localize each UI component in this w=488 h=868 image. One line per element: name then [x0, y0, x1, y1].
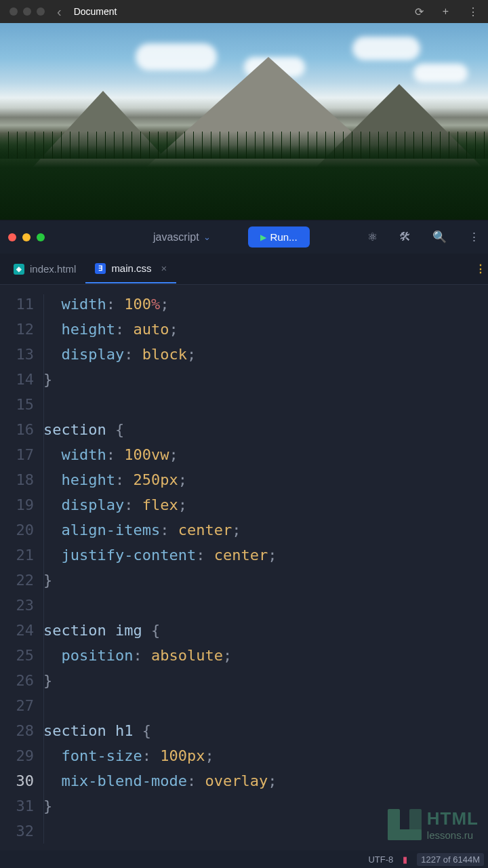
code-line[interactable]: }	[43, 367, 277, 392]
code-line[interactable]: justify-content: center;	[43, 542, 277, 568]
code-line[interactable]: section h1 {	[43, 718, 277, 743]
tools-icon[interactable]: 🛠	[399, 231, 411, 244]
lock-icon[interactable]: ⟳	[415, 5, 424, 18]
line-number: 23	[0, 593, 34, 618]
language-label: javascript	[153, 231, 199, 243]
code-line[interactable]	[43, 693, 277, 718]
run-button-label: Run...	[270, 231, 298, 243]
tab-label: index.html	[30, 263, 76, 275]
line-number: 16	[0, 417, 34, 442]
watermark: HTML lessons.ru	[388, 808, 479, 841]
atom-icon[interactable]: ⚛	[367, 230, 378, 244]
line-number: 15	[0, 392, 34, 417]
line-number: 21	[0, 542, 34, 568]
line-number: 14	[0, 367, 34, 392]
tabs-overflow-icon[interactable]: ⋮	[475, 262, 485, 275]
play-icon: ▶	[260, 233, 266, 242]
code-line[interactable]: display: block;	[43, 342, 277, 367]
code-line[interactable]: section {	[43, 417, 277, 442]
chevron-down-icon: ⌄	[203, 232, 211, 242]
line-number: 24	[0, 618, 34, 643]
code-line[interactable]: }	[43, 668, 277, 693]
line-number: 30	[0, 768, 34, 793]
language-picker[interactable]: javascript ⌄	[153, 231, 211, 243]
code-line[interactable]: }	[43, 568, 277, 593]
code-line[interactable]: width: 100vw;	[43, 442, 277, 467]
page-title: Document	[74, 6, 117, 17]
memory-icon: ▮	[403, 854, 407, 865]
window-dot	[37, 7, 45, 16]
html-file-icon: ◈	[14, 264, 24, 275]
close-tab-icon[interactable]: ×	[161, 262, 167, 274]
watermark-line2: lessons.ru	[427, 829, 479, 841]
run-button[interactable]: ▶ Run...	[248, 226, 310, 248]
code-body[interactable]: width: 100%; height: auto; display: bloc…	[43, 285, 277, 844]
code-line[interactable]	[43, 392, 277, 417]
code-line[interactable]: section img {	[43, 618, 277, 643]
memory-usage[interactable]: 1227 of 6144M	[417, 853, 484, 866]
line-number: 13	[0, 342, 34, 367]
code-line[interactable]: width: 100%;	[43, 292, 277, 317]
editor-tabs: ◈ index.html ∃ main.css × ⋮	[0, 254, 488, 285]
search-icon[interactable]: 🔍	[432, 230, 447, 244]
code-line[interactable]: position: absolute;	[43, 643, 277, 668]
line-number: 31	[0, 793, 34, 818]
css-file-icon: ∃	[95, 263, 106, 274]
browser-titlebar: ‹ Document ⟳ + ⋮	[0, 0, 488, 23]
line-number: 19	[0, 492, 34, 517]
line-number: 18	[0, 467, 34, 492]
preview-trees	[0, 145, 488, 220]
tab-main-css[interactable]: ∃ main.css ×	[85, 254, 176, 283]
new-tab-icon[interactable]: +	[443, 5, 449, 18]
more-icon[interactable]: ⋮	[468, 5, 479, 18]
code-editor[interactable]: 1112131415161718192021222324252627282930…	[0, 285, 488, 844]
toolbar-more-icon[interactable]: ⋮	[468, 230, 480, 244]
window-dot	[23, 7, 31, 16]
code-line[interactable]: height: auto;	[43, 317, 277, 342]
encoding-indicator[interactable]: UTF-8	[368, 854, 393, 865]
editor-toolbar: javascript ⌄ ▶ Run... ⚛ 🛠 🔍 ⋮	[0, 220, 488, 254]
code-line[interactable]	[43, 818, 277, 844]
tab-label: main.css	[111, 262, 151, 274]
line-number: 27	[0, 693, 34, 718]
preview-pane	[0, 23, 488, 220]
line-number: 28	[0, 718, 34, 743]
window-dot	[9, 7, 18, 16]
line-gutter: 1112131415161718192021222324252627282930…	[0, 285, 43, 844]
close-dot-icon[interactable]	[8, 233, 16, 241]
line-number: 12	[0, 317, 34, 342]
minimize-dot-icon[interactable]	[22, 233, 30, 241]
editor-traffic-dots	[8, 233, 45, 241]
window-traffic-dots	[9, 7, 45, 16]
line-number: 22	[0, 568, 34, 593]
status-bar: UTF-8 ▮ 1227 of 6144M	[0, 850, 488, 868]
code-line[interactable]: mix-blend-mode: overlay;	[43, 768, 277, 793]
line-number: 20	[0, 517, 34, 542]
line-number: 17	[0, 442, 34, 467]
indent-guide	[43, 294, 44, 844]
line-number: 25	[0, 643, 34, 668]
line-number: 26	[0, 668, 34, 693]
code-line[interactable]: align-items: center;	[43, 517, 277, 542]
code-line[interactable]: }	[43, 793, 277, 818]
code-line[interactable]: display: flex;	[43, 492, 277, 517]
watermark-logo-icon	[388, 809, 422, 840]
back-icon[interactable]: ‹	[57, 4, 62, 20]
line-number: 32	[0, 818, 34, 844]
zoom-dot-icon[interactable]	[37, 233, 45, 241]
watermark-line1: HTML	[427, 808, 479, 829]
tab-index-html[interactable]: ◈ index.html	[4, 255, 85, 283]
code-line[interactable]	[43, 593, 277, 618]
line-number: 11	[0, 292, 34, 317]
line-number: 29	[0, 743, 34, 768]
code-line[interactable]: height: 250px;	[43, 467, 277, 492]
code-line[interactable]: font-size: 100px;	[43, 743, 277, 768]
